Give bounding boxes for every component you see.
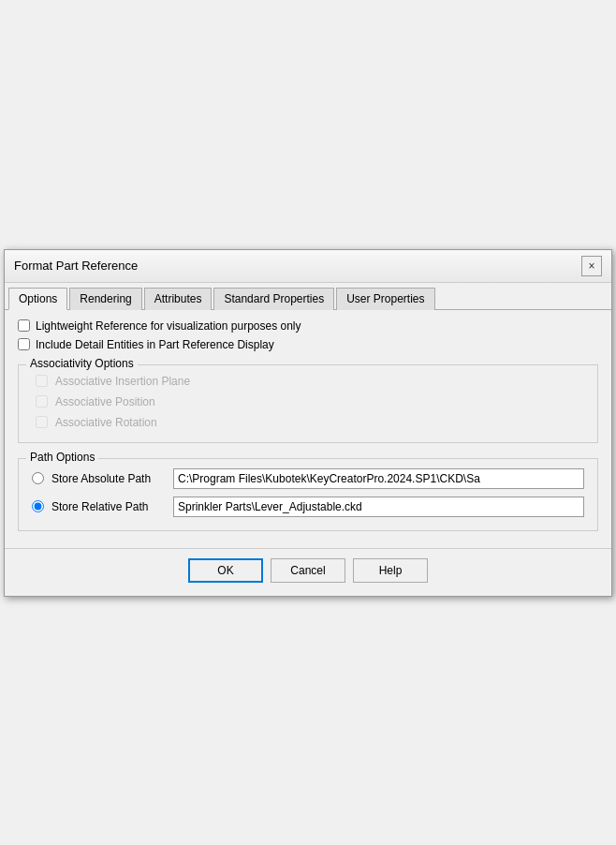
tab-options[interactable]: Options [8, 288, 67, 310]
absolute-path-input[interactable] [173, 468, 584, 489]
absolute-path-radio[interactable] [32, 472, 44, 484]
path-options-legend: Path Options [26, 451, 98, 464]
absolute-path-row: Store Absolute Path [32, 468, 584, 489]
tab-attributes[interactable]: Attributes [144, 288, 213, 310]
button-bar: OK Cancel Help [5, 548, 611, 596]
format-part-reference-dialog: Format Part Reference × Options Renderin… [4, 249, 612, 597]
relative-path-row: Store Relative Path [32, 497, 584, 517]
close-button[interactable]: × [581, 256, 602, 276]
tab-bar: Options Rendering Attributes Standard Pr… [5, 283, 611, 310]
insertion-plane-label: Associative Insertion Plane [55, 375, 190, 388]
tab-content: Lightweight Reference for visualization … [5, 310, 611, 548]
associative-position-label: Associative Position [55, 395, 155, 408]
relative-path-radio[interactable] [32, 500, 44, 512]
tab-rendering[interactable]: Rendering [69, 288, 141, 310]
include-detail-label: Include Detail Entities in Part Referenc… [36, 338, 274, 351]
rotation-row: Associative Rotation [32, 416, 584, 429]
lightweight-row: Lightweight Reference for visualization … [18, 319, 598, 333]
position-row: Associative Position [32, 395, 584, 408]
absolute-path-label: Store Absolute Path [51, 472, 173, 485]
associativity-group: Associativity Options Associative Insert… [18, 364, 598, 443]
include-detail-row: Include Detail Entities in Part Referenc… [18, 338, 598, 351]
associative-rotation-label: Associative Rotation [55, 416, 157, 429]
tab-user-properties[interactable]: User Properties [336, 288, 434, 310]
lightweight-label: Lightweight Reference for visualization … [36, 319, 301, 333]
relative-path-input[interactable] [173, 497, 584, 517]
lightweight-checkbox[interactable] [18, 319, 30, 332]
insertion-plane-row: Associative Insertion Plane [32, 375, 584, 388]
help-button[interactable]: Help [353, 558, 428, 583]
path-options-group: Path Options Store Absolute Path Store R… [18, 458, 598, 531]
associative-rotation-checkbox[interactable] [36, 416, 48, 428]
title-bar: Format Part Reference × [5, 250, 611, 283]
ok-button[interactable]: OK [188, 558, 263, 583]
associative-position-checkbox[interactable] [36, 395, 48, 408]
associativity-legend: Associativity Options [26, 357, 138, 370]
insertion-plane-checkbox[interactable] [36, 375, 48, 387]
cancel-button[interactable]: Cancel [271, 558, 345, 583]
tab-standard-properties[interactable]: Standard Properties [213, 288, 334, 310]
relative-path-label: Store Relative Path [51, 500, 173, 513]
dialog-title: Format Part Reference [14, 259, 138, 273]
include-detail-checkbox[interactable] [18, 338, 30, 350]
